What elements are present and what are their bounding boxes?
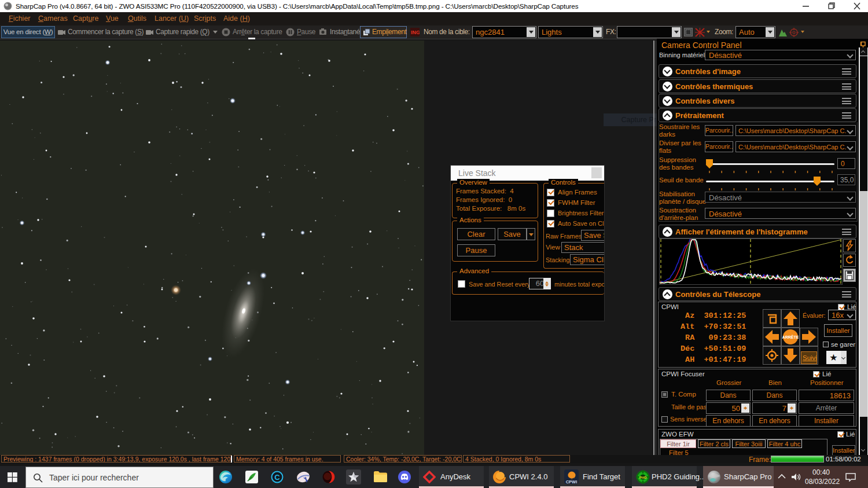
svg-text:PHD: PHD: [639, 476, 647, 479]
svg-text:ARRÊTE: ARRÊTE: [782, 335, 799, 339]
svg-text:ING: ING: [411, 30, 420, 35]
svg-text:CPWI: CPWI: [566, 479, 578, 485]
svg-text:C: C: [274, 473, 280, 482]
